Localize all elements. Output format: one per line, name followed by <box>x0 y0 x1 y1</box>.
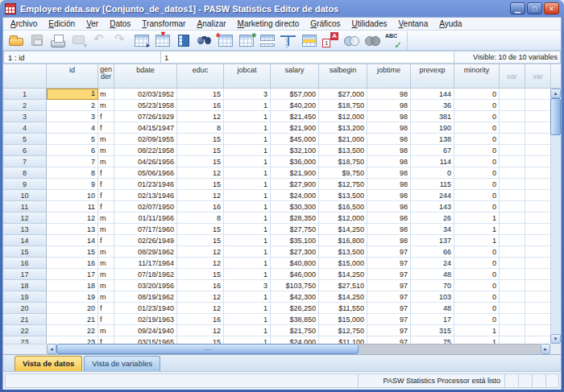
cell-bdate[interactable]: 08/19/1962 <box>114 291 177 303</box>
cell-jobtime[interactable]: 97 <box>367 303 411 314</box>
row-header[interactable]: 5 <box>3 134 47 145</box>
cell-var1[interactable] <box>500 224 525 235</box>
grid-corner-cell[interactable] <box>3 64 47 89</box>
cell-prevexp[interactable]: 381 <box>411 111 454 122</box>
find-button[interactable] <box>194 31 215 50</box>
cell-prevexp[interactable]: 67 <box>411 145 454 156</box>
cell-jobtime[interactable]: 98 <box>367 145 411 156</box>
cell-salary[interactable]: $57,000 <box>271 89 319 100</box>
cell-var2[interactable] <box>525 291 551 303</box>
cell-bdate[interactable]: 01/23/1940 <box>114 303 177 314</box>
cell-minority[interactable]: 0 <box>454 111 500 122</box>
cell-salary[interactable]: $42,300 <box>271 291 319 303</box>
scroll-down-button[interactable]: ▼ <box>550 334 561 344</box>
cell-educ[interactable]: 12 <box>177 258 224 269</box>
column-header-var1[interactable]: var <box>500 64 525 89</box>
cell-bdate[interactable]: 09/24/1940 <box>114 325 177 336</box>
cell-id[interactable]: 4 <box>47 122 98 134</box>
cell-gender[interactable]: m <box>98 224 114 235</box>
row-header[interactable]: 7 <box>3 156 47 167</box>
value-labels-button[interactable] <box>320 31 341 50</box>
cell-minority[interactable]: 0 <box>454 190 500 201</box>
row-header[interactable]: 14 <box>3 235 47 246</box>
cell-bdate[interactable]: 03/15/1965 <box>114 336 177 344</box>
horizontal-scroll-track[interactable] <box>359 344 541 354</box>
cell-minority[interactable]: 0 <box>454 179 500 190</box>
menu-datos[interactable]: Datos <box>104 19 136 29</box>
cell-jobtime[interactable]: 97 <box>367 314 411 325</box>
cell-prevexp[interactable]: 103 <box>411 291 454 303</box>
cell-salary[interactable]: $21,900 <box>271 122 319 134</box>
cell-id[interactable]: 11 <box>47 201 98 213</box>
cell-educ[interactable]: 12 <box>177 325 224 336</box>
cell-jobtime[interactable]: 98 <box>367 89 411 100</box>
tab-vista-de-variables[interactable]: Vista de variables <box>84 356 160 371</box>
cell-jobtime[interactable]: 97 <box>367 280 411 291</box>
cell-minority[interactable]: 0 <box>454 156 500 167</box>
cell-jobtime[interactable]: 98 <box>367 201 411 213</box>
cell-minority[interactable]: 0 <box>454 145 500 156</box>
cell-gender[interactable]: f <box>98 167 114 179</box>
print-button[interactable] <box>48 31 68 50</box>
scroll-left-button[interactable]: ◄ <box>47 344 56 354</box>
cell-jobcat[interactable]: 1 <box>224 246 271 258</box>
cell-jobtime[interactable]: 98 <box>367 111 411 122</box>
menu-edici-n[interactable]: Edición <box>43 19 81 29</box>
cell-id[interactable]: 10 <box>47 190 98 201</box>
cell-var1[interactable] <box>500 269 525 280</box>
cell-gender[interactable]: m <box>98 280 114 291</box>
insert-cases-button[interactable] <box>215 31 236 50</box>
horizontal-scrollbar[interactable]: ◄ ··· ► <box>47 344 550 354</box>
cell-gender[interactable]: f <box>98 235 114 246</box>
cell-editor[interactable]: 1 <box>161 51 454 64</box>
cell-educ[interactable]: 8 <box>177 122 224 134</box>
cell-var1[interactable] <box>500 89 525 100</box>
cell-salary[interactable]: $36,000 <box>271 156 319 167</box>
row-header[interactable]: 1 <box>3 89 47 100</box>
cell-salbegin[interactable]: $14,250 <box>319 269 367 280</box>
cell-bdate[interactable]: 01/23/1946 <box>114 179 177 190</box>
cell-jobcat[interactable]: 1 <box>224 111 271 122</box>
row-header[interactable]: 18 <box>3 280 47 291</box>
cell-jobtime[interactable]: 98 <box>367 224 411 235</box>
cell-id[interactable]: 7 <box>47 156 98 167</box>
cell-salary[interactable]: $24,000 <box>271 190 319 201</box>
cell-gender[interactable]: m <box>98 246 114 258</box>
cell-var2[interactable] <box>525 89 551 100</box>
cell-salary[interactable]: $30,300 <box>271 201 319 213</box>
cell-salary[interactable]: $27,900 <box>271 179 319 190</box>
spell-check-button[interactable] <box>383 31 404 50</box>
cell-salary[interactable]: $46,000 <box>271 269 319 280</box>
cell-salary[interactable]: $35,100 <box>271 235 319 246</box>
cell-salary[interactable]: $40,800 <box>271 258 319 269</box>
cell-var2[interactable] <box>525 122 551 134</box>
cell-minority[interactable]: 0 <box>454 122 500 134</box>
cell-salbegin[interactable]: $13,500 <box>319 246 367 258</box>
cell-var1[interactable] <box>500 235 525 246</box>
cell-salbegin[interactable]: $16,500 <box>319 201 367 213</box>
horizontal-scroll-thumb[interactable]: ··· <box>56 344 359 354</box>
cell-salbegin[interactable]: $18,750 <box>319 100 367 111</box>
cell-salary[interactable]: $40,200 <box>271 100 319 111</box>
column-header-minority[interactable]: minority <box>454 64 500 89</box>
cell-id[interactable]: 2 <box>47 100 98 111</box>
cell-educ[interactable]: 12 <box>177 303 224 314</box>
row-header[interactable]: 15 <box>3 246 47 258</box>
cell-var2[interactable] <box>525 111 551 122</box>
cell-salbegin[interactable]: $12,000 <box>319 111 367 122</box>
cell-jobcat[interactable]: 1 <box>224 134 271 145</box>
cell-id[interactable]: 12 <box>47 213 98 224</box>
cell-prevexp[interactable]: 26 <box>411 213 454 224</box>
cell-minority[interactable]: 0 <box>454 201 500 213</box>
cell-salbegin[interactable]: $12,000 <box>319 213 367 224</box>
column-header-prevexp[interactable]: prevexp <box>411 64 454 89</box>
cell-prevexp[interactable]: 70 <box>411 280 454 291</box>
cell-salbegin[interactable]: $15,000 <box>319 314 367 325</box>
cell-prevexp[interactable]: 143 <box>411 201 454 213</box>
cell-prevexp[interactable]: 24 <box>411 258 454 269</box>
cell-var2[interactable] <box>525 167 551 179</box>
use-variable-sets-button[interactable] <box>341 31 362 50</box>
cell-educ[interactable]: 16 <box>177 280 224 291</box>
cell-var1[interactable] <box>500 111 525 122</box>
cell-var1[interactable] <box>500 201 525 213</box>
